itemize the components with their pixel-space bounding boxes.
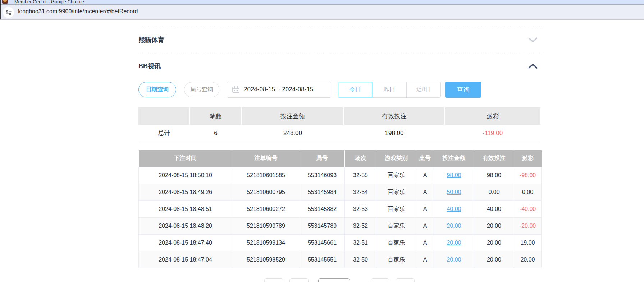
- pagination-button[interactable]: [289, 278, 309, 282]
- table-cell: 32-55: [345, 167, 376, 184]
- table-cell: 32-50: [345, 251, 376, 268]
- table-cell: 百家乐: [376, 184, 416, 201]
- table-cell: -40.00: [514, 201, 542, 218]
- table-cell: 2024-08-15 18:49:26: [139, 184, 232, 201]
- table-cell: -20.00: [514, 218, 542, 235]
- browser-address-bar[interactable]: tongbao31.com:9900/infe/mcenter/#/betRec…: [0, 5, 644, 20]
- table-cell: 40.00: [434, 201, 474, 218]
- table-cell: 20.00: [514, 251, 542, 268]
- site-settings-icon: [5, 9, 12, 16]
- table-cell: 32-51: [345, 235, 376, 251]
- table-cell: A: [416, 218, 434, 235]
- table-cell: 2024-08-15 18:47:40: [139, 235, 232, 251]
- today-button[interactable]: 今日: [338, 82, 372, 97]
- table-cell: 40.00: [474, 201, 514, 218]
- table-header-row: 下注时间注单编号局号场次游戏类别桌号投注金额有效投注派彩: [139, 150, 542, 167]
- summary-table: 笔数投注金额有效投注派彩 总计6248.00198.00-119.00: [138, 107, 540, 142]
- chevron-down-icon[interactable]: [528, 37, 538, 43]
- yesterday-button[interactable]: 昨日: [372, 82, 406, 97]
- table-cell: A: [416, 201, 434, 218]
- table-header-cell: 局号: [300, 150, 345, 167]
- table-cell: 百家乐: [376, 251, 416, 268]
- pagination-page-size-select[interactable]: [318, 278, 350, 282]
- window-edge: [0, 0, 1, 19]
- table-header-cell: 派彩: [514, 150, 542, 167]
- table-cell: 553145882: [300, 201, 345, 218]
- table-cell: 百家乐: [376, 218, 416, 235]
- table-cell: 20.00: [434, 251, 474, 268]
- table-cell: 553146093: [300, 167, 345, 184]
- date-range-value: 2024-08-15 ~ 2024-08-15: [244, 86, 313, 93]
- table-cell: 20.00: [474, 218, 514, 235]
- table-cell: 32-54: [345, 184, 376, 201]
- bet-amount-link[interactable]: 50.00: [447, 189, 461, 195]
- summary-cell: 248.00: [242, 125, 344, 142]
- summary-header-row: 笔数投注金额有效投注派彩: [138, 107, 540, 125]
- table-cell: 553145551: [300, 251, 345, 268]
- table-cell: 2024-08-15 18:50:10: [139, 167, 232, 184]
- table-row: 2024-08-15 18:48:51521810600272553145882…: [139, 201, 542, 218]
- table-header-cell: 注单编号: [232, 150, 300, 167]
- table-cell: 2024-08-15 18:48:20: [139, 218, 232, 235]
- table-header-cell: 场次: [345, 150, 376, 167]
- table-cell: 553145984: [300, 184, 345, 201]
- bet-amount-link[interactable]: 20.00: [447, 256, 461, 263]
- table-cell: 553145789: [300, 218, 345, 235]
- calendar-icon: [232, 85, 240, 93]
- table-row: 2024-08-15 18:49:26521810600795553145984…: [139, 184, 542, 201]
- table-cell: 50.00: [434, 184, 474, 201]
- bet-amount-link[interactable]: 20.00: [447, 223, 461, 229]
- bet-amount-link[interactable]: 98.00: [447, 172, 461, 178]
- summary-cell: 总计: [138, 125, 190, 142]
- bet-amount-link[interactable]: 40.00: [447, 206, 461, 212]
- table-cell: 32-53: [345, 201, 376, 218]
- section-header-panda-sports[interactable]: 熊猫体育: [138, 27, 542, 53]
- table-cell: A: [416, 235, 434, 251]
- summary-total-row: 总计6248.00198.00-119.00: [138, 125, 540, 142]
- table-cell: 553145661: [300, 235, 345, 251]
- date-range-input[interactable]: 2024-08-15 ~ 2024-08-15: [227, 82, 331, 98]
- table-cell: 521810599789: [232, 218, 300, 235]
- summary-header-cell: 有效投注: [344, 107, 445, 125]
- summary-header-cell: 投注金额: [242, 107, 344, 125]
- table-cell: -98.00: [514, 167, 542, 184]
- bet-record-page: 熊猫体育 BB视讯 日期查询 局号查询 2024-08-15: [138, 20, 542, 282]
- site-favicon: [2, 0, 8, 4]
- search-button[interactable]: 查询: [445, 82, 481, 98]
- summary-header-cell: [138, 107, 190, 125]
- last-8-days-button[interactable]: 近8日: [406, 82, 440, 97]
- table-cell: 百家乐: [376, 201, 416, 218]
- pagination-button[interactable]: [371, 278, 389, 282]
- table-cell: A: [416, 251, 434, 268]
- window-titlebar: Member Center - Google Chrome: [0, 0, 644, 5]
- table-row: 2024-08-15 18:48:20521810599789553145789…: [139, 218, 542, 235]
- table-cell: 0.00: [514, 184, 542, 201]
- table-cell: 20.00: [474, 251, 514, 268]
- url-text[interactable]: tongbao31.com:9900/infe/mcenter/#/betRec…: [18, 8, 138, 15]
- section-title: 熊猫体育: [138, 36, 164, 44]
- table-cell: 521810601585: [232, 167, 300, 184]
- table-header-cell: 下注时间: [139, 150, 232, 167]
- pagination: [138, 278, 542, 282]
- round-query-tab[interactable]: 局号查询: [184, 82, 219, 97]
- summary-header-cell: 派彩: [445, 107, 540, 125]
- table-header-cell: 投注金额: [434, 150, 474, 167]
- table-row: 2024-08-15 18:47:40521810599134553145661…: [139, 235, 542, 251]
- section-title: BB视讯: [138, 62, 161, 70]
- pagination-button[interactable]: [264, 278, 283, 282]
- date-query-tab[interactable]: 日期查询: [138, 82, 176, 97]
- summary-cell: -119.00: [445, 125, 540, 142]
- bet-record-table: 下注时间注单编号局号场次游戏类别桌号投注金额有效投注派彩 2024-08-15 …: [138, 150, 542, 269]
- pagination-button[interactable]: [396, 278, 415, 282]
- table-row: 2024-08-15 18:47:04521810598520553145551…: [139, 251, 542, 268]
- section-header-bb-video[interactable]: BB视讯: [138, 53, 542, 79]
- quick-range-group: 今日 昨日 近8日: [338, 82, 441, 98]
- table-cell: 98.00: [434, 167, 474, 184]
- chevron-up-icon[interactable]: [528, 63, 538, 69]
- summary-cell: 198.00: [344, 125, 445, 142]
- bet-amount-link[interactable]: 20.00: [447, 240, 461, 246]
- table-header-cell: 有效投注: [474, 150, 514, 167]
- table-cell: A: [416, 184, 434, 201]
- table-cell: 2024-08-15 18:48:51: [139, 201, 232, 218]
- site-settings-button[interactable]: [3, 7, 14, 18]
